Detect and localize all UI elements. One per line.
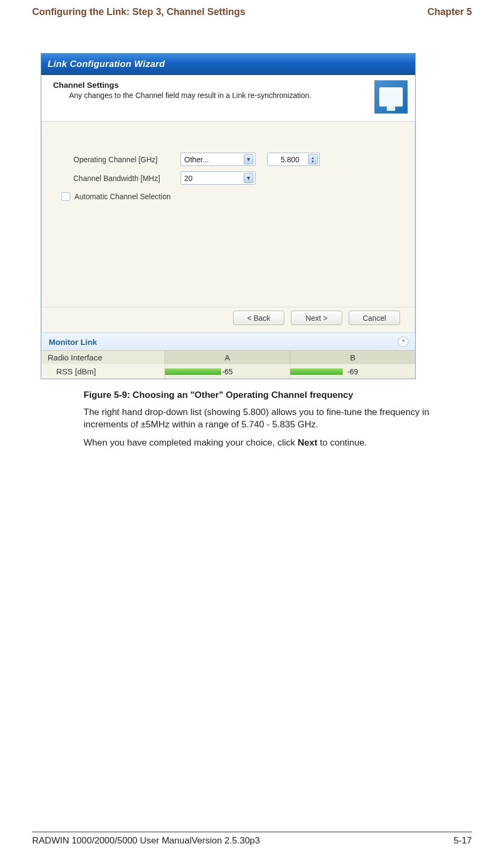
acs-checkbox[interactable]: [62, 192, 70, 201]
wizard-window: Link Configuration Wizard Channel Settin…: [41, 53, 416, 379]
header-left: Configuring the Link: Step 3, Channel Se…: [32, 6, 245, 18]
acs-checkbox-row[interactable]: Automatic Channel Selection: [62, 192, 401, 201]
window-titlebar: Link Configuration Wizard: [41, 54, 415, 75]
caption-p2-bold: Next: [298, 438, 318, 448]
caption-p2-post: to continue.: [318, 438, 367, 448]
operating-channel-select[interactable]: Other... ▼: [180, 153, 255, 166]
wizard-button-row: < Back Next > Cancel: [41, 307, 415, 333]
rss-b-cell: -69: [290, 365, 415, 378]
operating-channel-label: Operating Channel [GHz]: [73, 155, 180, 164]
header-right: Chapter 5: [427, 6, 472, 18]
col-a-header: A: [164, 351, 290, 364]
wizard-section-desc: Any changes to the Channel field may res…: [69, 91, 369, 100]
col-b-header: B: [290, 351, 415, 364]
wizard-section-title: Channel Settings: [53, 80, 369, 89]
next-button[interactable]: Next >: [291, 311, 342, 325]
rss-label: RSS [dBm]: [41, 364, 164, 379]
figure-caption: Figure 5-9: Choosing an "Other" Operatin…: [84, 390, 437, 449]
operating-channel-value: Other...: [184, 155, 209, 164]
frequency-value: 5.800: [281, 155, 299, 164]
wizard-header: Channel Settings Any changes to the Chan…: [41, 75, 415, 122]
radio-interface-label: Radio Interface: [41, 351, 164, 364]
page-footer: RADWIN 1000/2000/5000 User ManualVersion…: [32, 832, 472, 846]
spinner-buttons-icon[interactable]: ▲▼: [308, 154, 318, 164]
frequency-spinner[interactable]: 5.800 ▲▼: [267, 153, 320, 166]
footer-right: 5-17: [454, 835, 472, 846]
window-title: Link Configuration Wizard: [48, 59, 165, 70]
rss-b-value: -69: [347, 367, 358, 376]
back-button[interactable]: < Back: [233, 311, 284, 325]
monitor-icon: [379, 87, 403, 107]
radio-interface-table: Radio Interface A B RSS [dBm] -65 -69: [41, 350, 415, 379]
wizard-icon: [374, 80, 408, 114]
chevron-down-icon: ▼: [244, 154, 253, 164]
monitor-link-title: Monitor Link: [49, 337, 97, 346]
rss-a-cell: -65: [164, 365, 290, 378]
monitor-link-panel-header[interactable]: Monitor Link ⌃: [41, 333, 415, 350]
signal-bar-icon: [165, 368, 221, 375]
bandwidth-label: Channel Bandwidth [MHz]: [73, 174, 180, 183]
caption-paragraph-1: The right hand drop-down list (showing 5…: [84, 406, 437, 431]
form-area: Operating Channel [GHz] Other... ▼ 5.800…: [41, 122, 415, 307]
chevron-down-icon: ▼: [244, 173, 253, 183]
page-header: Configuring the Link: Step 3, Channel Se…: [0, 0, 504, 21]
rss-a-value: -65: [222, 367, 232, 376]
footer-left: RADWIN 1000/2000/5000 User ManualVersion…: [32, 835, 260, 846]
signal-bar-icon: [290, 368, 343, 375]
acs-label: Automatic Channel Selection: [74, 192, 171, 201]
collapse-icon[interactable]: ⌃: [398, 336, 409, 347]
bandwidth-value: 20: [184, 174, 193, 183]
caption-p2-pre: When you have completed making your choi…: [84, 438, 298, 448]
caption-paragraph-2: When you have completed making your choi…: [84, 436, 437, 449]
cancel-button[interactable]: Cancel: [349, 311, 400, 325]
figure-title: Figure 5-9: Choosing an "Other" Operatin…: [84, 390, 437, 401]
bandwidth-select[interactable]: 20 ▼: [180, 171, 255, 185]
